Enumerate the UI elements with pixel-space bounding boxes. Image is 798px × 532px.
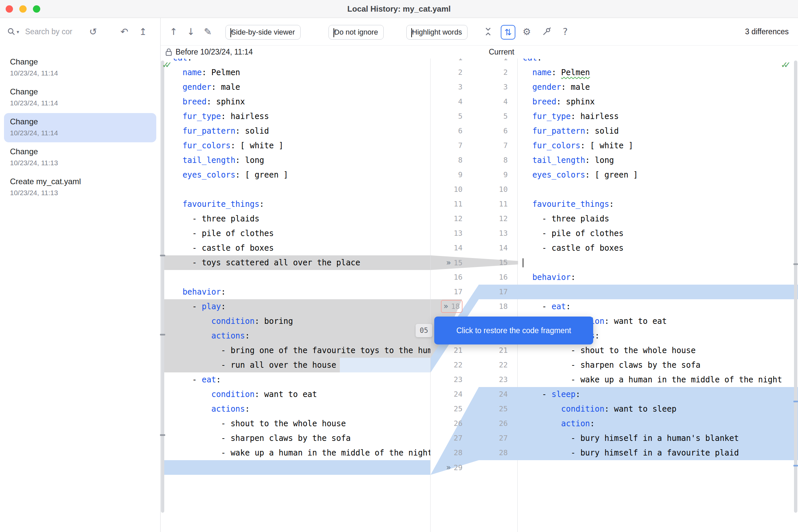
code-line: breed: sphinx [518, 94, 798, 109]
code-line: - castle of boxes [164, 241, 430, 255]
code-line [518, 285, 798, 299]
line-number: 5 [431, 109, 462, 124]
history-item-title: Create my_cat.yaml [10, 177, 81, 186]
change-marker [160, 334, 165, 336]
change-marker [793, 465, 798, 467]
change-marker [160, 255, 165, 256]
line-number: »29 [431, 460, 462, 475]
history-item[interactable]: Change10/23/24, 11:14 [4, 113, 156, 142]
highlight-mode-label: Highlight words [412, 28, 462, 37]
restore-chevron-icon[interactable]: » [443, 302, 449, 311]
line-number: 27 [431, 431, 462, 445]
code-line: - pile of clothes [518, 226, 798, 241]
recent-searches-icon[interactable]: ↺ [86, 18, 100, 45]
search-field[interactable]: ▾ Search by cor [7, 18, 72, 45]
history-item-title: Change [10, 57, 38, 66]
line-number: 6 [462, 124, 508, 138]
viewer-mode-dropdown[interactable]: Side-by-side viewer ▾ [225, 25, 301, 40]
ignore-policy-dropdown[interactable]: Do not ignore ▾ [328, 25, 384, 40]
before-pane[interactable]: cat: name: Pelmen gender: male breed: sp… [164, 58, 430, 532]
settings-gear-icon[interactable]: ⚙ [519, 18, 534, 45]
code-line: fur_pattern: solid [164, 124, 430, 138]
history-item[interactable]: Change10/23/24, 11:14 [4, 83, 156, 112]
line-number: 2 [462, 65, 508, 80]
line-number: 26 [462, 416, 508, 431]
restore-chevron-highlight[interactable]: »18 [441, 300, 462, 313]
tools-icon[interactable] [539, 18, 554, 45]
line-number: 16 [462, 270, 508, 285]
code-line: - bury himself in a human's blanket [518, 431, 798, 445]
history-item[interactable]: Create my_cat.yaml10/23/24, 11:13 [4, 173, 156, 202]
search-options-caret-icon: ▾ [17, 29, 19, 35]
synchronize-scrolling-toggle[interactable]: ⇅ [501, 25, 515, 40]
line-number: 4 [431, 94, 462, 109]
code-line: - three plaids [518, 211, 798, 226]
code-line: - sharpen claws by the sofa [518, 358, 798, 373]
code-line: eyes_colors: [ green ] [518, 168, 798, 182]
diff-gutter: 11223344556677889910101111121213131414»1… [430, 58, 518, 532]
restore-chevron-icon[interactable]: » [446, 463, 451, 472]
code-line [518, 255, 798, 270]
code-line: condition: want to sleep [518, 402, 798, 416]
history-item-title: Change [10, 87, 38, 96]
restore-fragment-tooltip[interactable]: Click to restore the code fragment [434, 317, 593, 344]
line-number: 1 [431, 58, 462, 65]
line-number: 3 [462, 80, 508, 94]
code-line: tail_length: long [164, 153, 430, 168]
code-line: - wake up a human in the middle of the n… [518, 373, 798, 387]
code-line: - sleep: [518, 387, 798, 402]
lock-icon [165, 48, 172, 56]
line-number: 9 [462, 168, 508, 182]
line-number: 16 [431, 270, 462, 285]
window-title: Local History: my_cat.yaml [0, 0, 798, 18]
collapse-unchanged-icon[interactable] [481, 18, 495, 45]
code-line: - shout to the whole house [164, 416, 430, 431]
restore-chevron-icon[interactable]: » [446, 258, 451, 267]
help-icon[interactable]: ? [558, 18, 573, 45]
line-number: »15 [431, 255, 462, 270]
history-item-title: Change [10, 117, 38, 126]
line-number: 17 [431, 285, 462, 299]
ignore-policy-label: Do not ignore [334, 28, 378, 37]
code-line: fur_colors: [ white ] [518, 138, 798, 153]
code-line: fur_colors: [ white ] [164, 138, 430, 153]
line-number: 10 [462, 182, 508, 197]
differences-count: 3 differences [745, 18, 789, 45]
undo-icon[interactable]: ↶ [117, 18, 132, 45]
code-line: behavior: [518, 270, 798, 285]
previous-difference-icon[interactable]: ↑ [166, 18, 181, 45]
code-line: fur_type: hairless [518, 109, 798, 124]
line-number: 25 [462, 402, 508, 416]
highlight-mode-dropdown[interactable]: Highlight words ▾ [406, 25, 468, 40]
line-number: 23 [431, 373, 462, 387]
history-item[interactable]: Change10/23/24, 11:13 [4, 143, 156, 172]
left-scrollbar[interactable] [161, 60, 164, 513]
next-difference-icon[interactable]: ↓ [184, 18, 198, 45]
line-number: 13 [431, 226, 462, 241]
line-number: 21 [462, 343, 508, 358]
code-line: actions: [164, 402, 430, 416]
line-number: 14 [431, 241, 462, 255]
code-line: fur_pattern: solid [518, 124, 798, 138]
history-item-date: 10/23/24, 11:13 [10, 189, 58, 197]
line-number: 5 [462, 109, 508, 124]
line-number: 7 [431, 138, 462, 153]
current-pane[interactable]: cat: name: Pelmen gender: male breed: sp… [518, 58, 798, 532]
search-input[interactable]: Search by cor [25, 27, 73, 36]
local-history-window: Local History: my_cat.yaml ▾ Search by c… [0, 0, 798, 532]
edit-source-icon[interactable]: ✎ [201, 18, 215, 45]
diff-editor: cat: name: Pelmen gender: male breed: sp… [160, 58, 798, 532]
code-line: eyes_colors: [ green ] [164, 168, 430, 182]
chevron-down-icon: ▾ [411, 28, 412, 37]
code-line [164, 182, 430, 197]
before-header: Before 10/23/24, 11:14 [165, 45, 253, 58]
revert-icon[interactable]: ↥ [136, 18, 150, 45]
code-line: - shout to the whole house [518, 343, 798, 358]
history-item-date: 10/23/24, 11:14 [10, 129, 58, 137]
code-line: - pile of clothes [164, 226, 430, 241]
current-header: Current [489, 45, 514, 58]
right-scrollbar[interactable] [794, 60, 797, 513]
history-item[interactable]: Change10/23/24, 11:14 [4, 53, 156, 82]
code-line: cat: [518, 58, 798, 65]
line-number: 8 [462, 153, 508, 168]
